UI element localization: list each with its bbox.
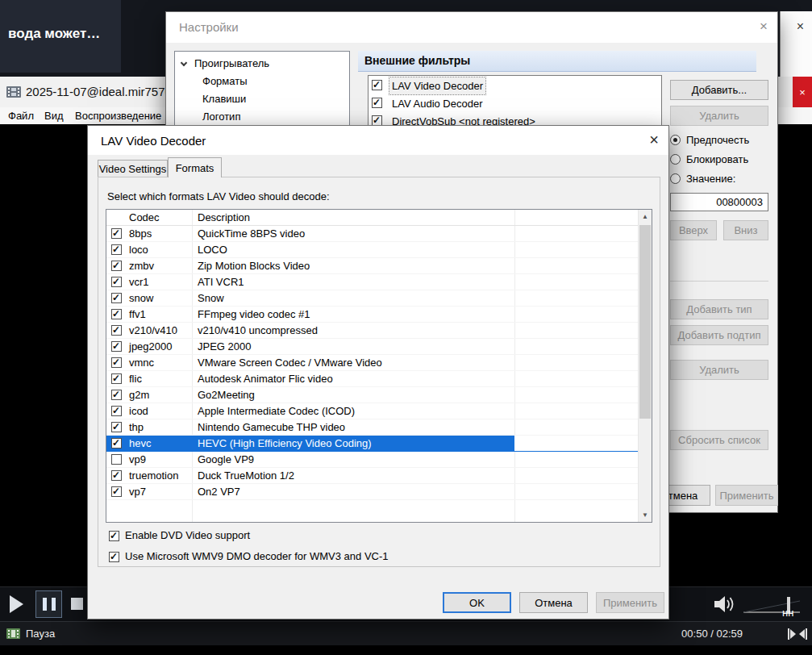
check-icon: ✓ <box>112 260 120 271</box>
wmv9-option[interactable]: ✓Use Microsoft WMV9 DMO decoder for WMV3… <box>109 550 389 562</box>
format-checkbox[interactable]: ✓ <box>111 357 122 368</box>
scroll-up-icon[interactable]: ▲ <box>639 210 652 223</box>
format-row[interactable]: ✓ snow Snow <box>106 290 638 307</box>
format-row[interactable]: ✓ vmnc VMware Screen Codec / VMware Vide… <box>106 355 638 371</box>
format-row[interactable]: ✓ 8bps QuickTime 8BPS video <box>106 226 638 242</box>
chevron-down-icon[interactable] <box>181 60 187 66</box>
check-icon: ✓ <box>112 227 120 239</box>
volume-slider[interactable] <box>740 590 805 623</box>
prefer-radio[interactable] <box>670 135 681 145</box>
format-row[interactable]: ✓ jpeg2000 JPEG 2000 <box>106 339 638 355</box>
format-row[interactable]: vp9 Google VP9 <box>106 452 638 468</box>
player-close-button[interactable]: × <box>793 77 812 107</box>
settings-close-button[interactable]: × <box>760 19 768 35</box>
filter-checkbox[interactable]: ✓ <box>372 80 382 90</box>
description-column-header[interactable]: Description <box>198 210 250 225</box>
format-row[interactable]: ✓ ffv1 FFmpeg video codec #1 <box>106 307 638 323</box>
dvd-checkbox[interactable]: ✓ <box>109 531 119 541</box>
table-scrollbar[interactable]: ▲ ▼ <box>638 210 652 522</box>
format-checkbox[interactable] <box>111 454 122 465</box>
codec-cell: zmbv <box>129 258 154 274</box>
description-cell: HEVC (High Efficiency Video Coding) <box>198 436 372 452</box>
lav-close-button[interactable]: × <box>649 131 659 149</box>
format-checkbox[interactable]: ✓ <box>111 438 122 448</box>
settings-titlebar: Настройки × <box>166 12 777 43</box>
ok-button[interactable]: OK <box>443 592 511 613</box>
format-row[interactable]: ✓ flic Autodesk Animator Flic video <box>106 371 638 387</box>
format-row[interactable]: ✓ v210/v410 v210/v410 uncompressed <box>106 323 638 339</box>
format-row[interactable]: ✓ truemotion Duck TrueMotion 1/2 <box>106 468 638 484</box>
check-icon: ✓ <box>373 79 381 90</box>
description-cell: QuickTime 8BPS video <box>198 226 305 242</box>
format-checkbox[interactable]: ✓ <box>111 325 122 336</box>
block-radio[interactable] <box>670 154 681 165</box>
play-button[interactable] <box>10 595 23 613</box>
merit-input[interactable] <box>670 193 768 211</box>
move-up-button[interactable]: Вверх <box>670 220 717 240</box>
filter-item[interactable]: ✓ LAV Audio Decoder <box>370 95 652 112</box>
add-subtype-button[interactable]: Добавить подтип <box>670 325 768 345</box>
format-row[interactable]: ✓ zmbv Zip Motion Blocks Video <box>106 258 638 274</box>
format-checkbox[interactable]: ✓ <box>111 470 122 481</box>
tab-video-settings[interactable]: Video Settings <box>98 160 168 177</box>
add-type-button[interactable]: Добавить тип <box>670 299 768 319</box>
format-row[interactable]: ✓ loco LOCO <box>106 242 638 258</box>
prefer-radio-row[interactable]: Предпочесть <box>670 134 749 147</box>
merit-radio[interactable] <box>670 173 681 184</box>
filter-checkbox[interactable]: ✓ <box>372 98 382 108</box>
scroll-down-icon[interactable]: ▼ <box>639 508 652 522</box>
format-checkbox[interactable]: ✓ <box>111 228 122 239</box>
menu-playback[interactable]: Воспроизведение <box>75 110 161 122</box>
merit-radio-row[interactable]: Значение: <box>670 173 735 186</box>
background-close-button[interactable]: × <box>797 19 804 34</box>
check-icon: ✓ <box>112 486 120 497</box>
menu-file[interactable]: Файл <box>8 110 34 122</box>
stop-button[interactable] <box>71 598 83 610</box>
move-down-button[interactable]: Вниз <box>723 220 768 240</box>
check-icon: ✓ <box>112 340 120 352</box>
cancel-button[interactable]: Отмена <box>519 592 588 613</box>
pause-button[interactable] <box>35 590 62 618</box>
reset-list-button[interactable]: Сбросить список <box>670 430 768 450</box>
wmv9-checkbox[interactable]: ✓ <box>109 552 119 562</box>
codec-cell: flic <box>129 371 142 387</box>
format-checkbox[interactable]: ✓ <box>111 293 122 303</box>
tree-item-formats[interactable]: Форматы <box>175 73 349 90</box>
tab-formats[interactable]: Formats <box>168 157 222 177</box>
format-row-selected[interactable]: ✓ hevc HEVC (High Efficiency Video Codin… <box>106 436 638 452</box>
remove-type-button[interactable]: Удалить <box>670 360 768 380</box>
format-checkbox[interactable]: ✓ <box>111 373 122 384</box>
menu-view[interactable]: Вид <box>44 110 64 122</box>
block-radio-row[interactable]: Блокировать <box>670 153 748 166</box>
format-checkbox[interactable]: ✓ <box>111 422 122 432</box>
format-row[interactable]: ✓ vp7 On2 VP7 <box>106 484 638 500</box>
tree-item-logo[interactable]: Логотип <box>175 108 349 126</box>
filter-item[interactable]: ✓ LAV Video Decoder <box>370 77 652 94</box>
format-row[interactable]: ✓ g2m Go2Meeting <box>106 387 638 403</box>
format-checkbox[interactable]: ✓ <box>111 261 122 271</box>
format-row[interactable]: ✓ thp Nintendo Gamecube THP video <box>106 419 638 436</box>
add-filter-button[interactable]: Добавить... <box>670 80 768 100</box>
player-statusbar: Пауза 00:50 / 02:59 <box>0 621 812 645</box>
format-checkbox[interactable]: ✓ <box>111 486 122 497</box>
tree-item-keys[interactable]: Клавиши <box>175 90 349 108</box>
remove-filter-button[interactable]: Удалить <box>670 106 768 126</box>
format-checkbox[interactable]: ✓ <box>111 244 122 255</box>
format-checkbox[interactable]: ✓ <box>111 277 122 287</box>
tree-item-player[interactable]: Проигрыватель <box>175 55 349 73</box>
apply-button[interactable]: Применить <box>596 592 664 613</box>
format-checkbox[interactable]: ✓ <box>111 309 122 319</box>
format-row[interactable]: ✓ icod Apple Intermediate Codec (ICOD) <box>106 403 638 419</box>
format-row[interactable]: ✓ vcr1 ATI VCR1 <box>106 274 638 290</box>
settings-apply-button[interactable]: Применить <box>715 485 778 506</box>
codec-cell: thp <box>129 419 144 436</box>
check-icon: ✓ <box>112 292 120 303</box>
format-checkbox[interactable]: ✓ <box>111 390 122 400</box>
speaker-icon[interactable] <box>713 594 737 618</box>
dvd-option[interactable]: ✓Enable DVD Video support <box>109 529 250 541</box>
format-checkbox[interactable]: ✓ <box>111 406 122 416</box>
format-checkbox[interactable]: ✓ <box>111 341 122 352</box>
pause-icon <box>52 598 56 611</box>
codec-column-header[interactable]: Codec <box>129 210 160 225</box>
scrollbar-thumb[interactable] <box>639 225 651 419</box>
